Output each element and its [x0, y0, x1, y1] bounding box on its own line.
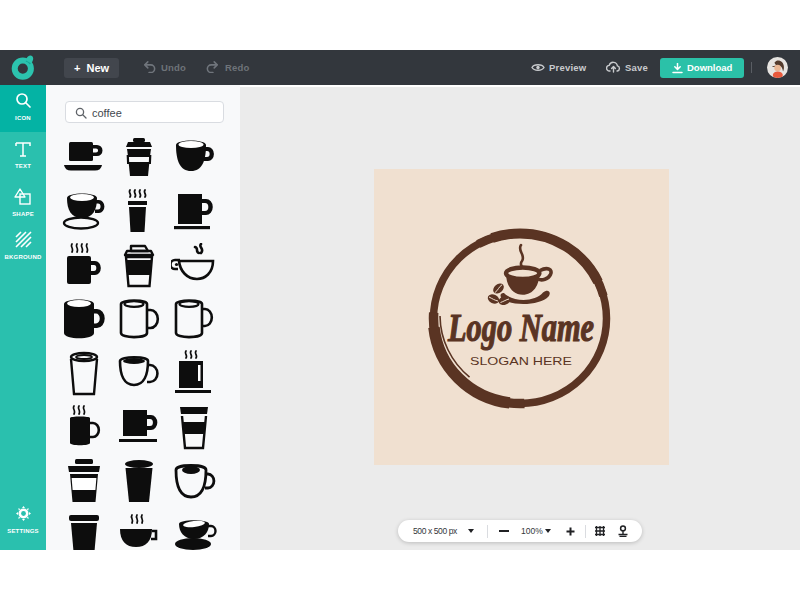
svg-text:SLOGAN HERE: SLOGAN HERE [470, 354, 572, 368]
svg-text:Logo Name: Logo Name [447, 305, 594, 350]
